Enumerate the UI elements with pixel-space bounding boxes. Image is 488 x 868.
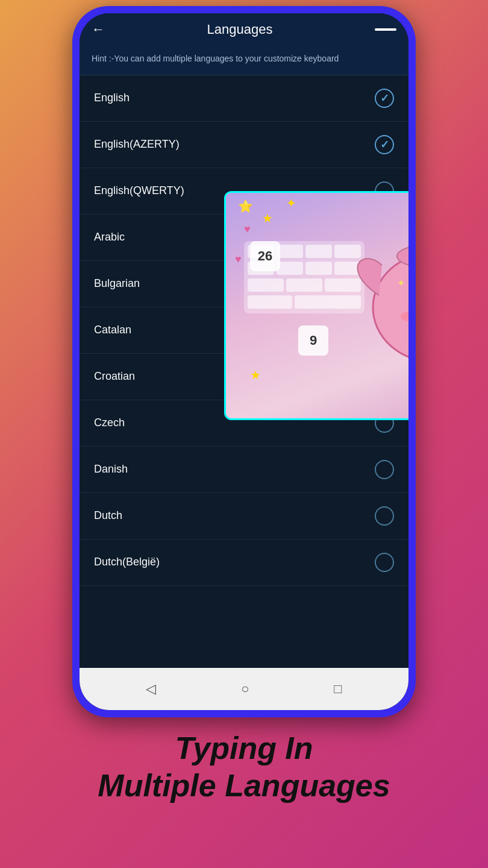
star-decoration: ⭐ xyxy=(238,199,253,213)
number-tile-26: 26 xyxy=(250,241,280,271)
svg-text:✦: ✦ xyxy=(397,278,405,288)
teapot-illustration: ✦ ✦ xyxy=(343,205,408,374)
checkbox-dutch[interactable] xyxy=(375,506,394,526)
checkbox-english-azerty[interactable] xyxy=(375,135,394,154)
title-line2: Multiple Languages xyxy=(98,767,390,804)
list-item[interactable]: Dutch xyxy=(80,493,408,539)
bottom-text-section: Typing In Multiple Languages xyxy=(80,717,408,817)
phone-container: ← Languages Hint :-You can add multiple … xyxy=(72,6,416,717)
language-name: Arabic xyxy=(94,231,125,244)
language-name: Catalan xyxy=(94,324,131,336)
star-decoration: ★ xyxy=(262,211,273,225)
home-nav-icon[interactable]: ○ xyxy=(241,681,249,697)
number-tile-9: 9 xyxy=(298,326,328,356)
phone-outer: ← Languages Hint :-You can add multiple … xyxy=(72,6,416,717)
screen-content: ← Languages Hint :-You can add multiple … xyxy=(80,13,408,668)
keyboard-preview-overlay: ⭐ ✦ ★ ⭐ ★ ♥ ♥ ♥ xyxy=(224,191,408,420)
list-item[interactable]: English(AZERTY) xyxy=(80,122,408,168)
recent-nav-icon[interactable]: □ xyxy=(334,681,342,697)
header-title: Languages xyxy=(105,22,375,37)
language-name: Danish xyxy=(94,463,128,476)
star-decoration: ✦ xyxy=(286,196,296,210)
language-name: English(QWERTY) xyxy=(94,184,184,197)
heart-decoration: ♥ xyxy=(244,223,251,236)
language-name: Dutch xyxy=(94,509,122,522)
checkbox-dutch-belgie[interactable] xyxy=(375,553,394,572)
star-decoration: ★ xyxy=(250,368,261,382)
back-button[interactable]: ← xyxy=(92,22,105,37)
checkbox-english[interactable] xyxy=(375,89,394,108)
language-name: Croatian xyxy=(94,370,135,383)
back-nav-icon[interactable]: ◁ xyxy=(146,681,156,697)
heart-decoration: ♥ xyxy=(235,253,242,266)
list-item[interactable]: English xyxy=(80,75,408,122)
navigation-bar: ◁ ○ □ xyxy=(80,668,408,710)
hint-text: Hint :-You can add multiple languages to… xyxy=(80,46,408,75)
teapot-background: ⭐ ✦ ★ ⭐ ★ ♥ ♥ ♥ xyxy=(226,193,408,418)
language-name: English(AZERTY) xyxy=(94,138,180,151)
list-item[interactable]: Dutch(België) xyxy=(80,539,408,586)
header-bar: ← Languages xyxy=(80,13,408,46)
title-line1: Typing In xyxy=(98,729,390,767)
list-item[interactable]: Danish xyxy=(80,447,408,493)
checkbox-danish[interactable] xyxy=(375,460,394,479)
language-name: English xyxy=(94,92,130,104)
language-name: Bulgarian xyxy=(94,277,140,290)
language-name: Dutch(België) xyxy=(94,556,160,568)
bottom-title: Typing In Multiple Languages xyxy=(98,729,390,805)
language-name: Czech xyxy=(94,417,125,429)
collapse-button[interactable] xyxy=(375,28,396,31)
phone-inner: ← Languages Hint :-You can add multiple … xyxy=(80,13,408,710)
